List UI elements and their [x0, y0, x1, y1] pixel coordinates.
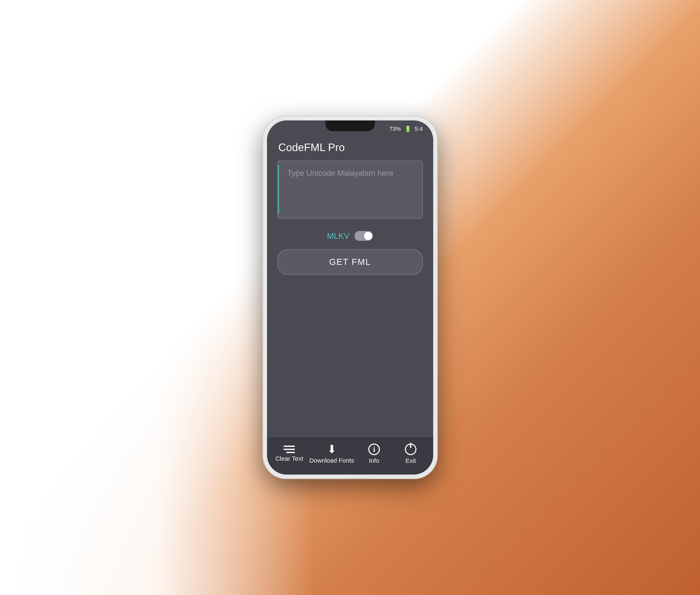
content-spacer — [277, 283, 423, 437]
notch — [325, 120, 375, 131]
nav-item-clear-text[interactable]: Clear Text — [273, 446, 306, 462]
download-icon: ⬇ — [327, 444, 336, 455]
text-input-area[interactable]: Type Unicode Malayalam here — [277, 161, 423, 219]
get-fml-button[interactable]: GET FML — [277, 249, 423, 275]
nav-item-info[interactable]: i Info — [358, 444, 391, 464]
app-title: CodeFML Pro — [277, 141, 423, 153]
phone-wrapper: 73% 🔋 5:4 CodeFML Pro Type Unicode Malay… — [257, 112, 443, 483]
h-line-2 — [284, 449, 295, 450]
phone-screen: 73% 🔋 5:4 CodeFML Pro Type Unicode Malay… — [267, 120, 433, 475]
h-line-1 — [284, 446, 295, 447]
battery-icon: 🔋 — [404, 125, 412, 133]
download-fonts-label: Download Fonts — [309, 457, 354, 464]
time: 5:4 — [415, 125, 423, 132]
bottom-nav: Clear Text ⬇ Download Fonts i Info — [267, 437, 433, 475]
toggle-row: MLKV — [277, 231, 423, 241]
nav-item-download-fonts[interactable]: ⬇ Download Fonts — [309, 444, 354, 464]
toggle-label: MLKV — [327, 231, 349, 241]
battery-percent: 73% — [389, 125, 401, 132]
info-label: Info — [369, 457, 379, 464]
hamburger-icon — [284, 446, 295, 453]
app-content: CodeFML Pro Type Unicode Malayalam here … — [267, 135, 433, 437]
phone-shell: 73% 🔋 5:4 CodeFML Pro Type Unicode Malay… — [263, 117, 437, 478]
toggle-knob — [364, 232, 372, 240]
info-icon: i — [368, 444, 380, 455]
clear-text-label: Clear Text — [276, 455, 303, 462]
input-placeholder: Type Unicode Malayalam here — [284, 167, 416, 179]
h-line-3 — [286, 452, 295, 453]
nav-item-exit[interactable]: Exit — [394, 444, 427, 464]
exit-label: Exit — [405, 457, 416, 464]
mlkv-toggle[interactable] — [355, 231, 373, 241]
power-icon — [405, 444, 416, 455]
